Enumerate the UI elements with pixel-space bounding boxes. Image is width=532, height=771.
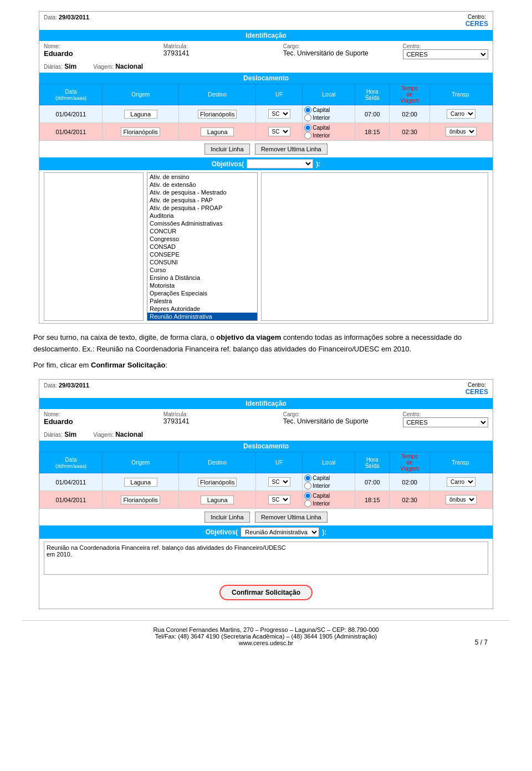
form-panel-2: Data: 29/03/2011 Centro: CERES Identific…	[39, 379, 493, 609]
incluir-linha-btn-2[interactable]: Incluir Linha	[204, 512, 249, 523]
centro-select-block-1: Centro: CERES	[403, 43, 488, 59]
cell-hora: 18:15	[355, 491, 390, 509]
dropdown-item[interactable]: CONCUR	[147, 227, 257, 235]
cell-local: Capital Interior	[303, 123, 355, 141]
panel2-centro-value: CERES	[466, 388, 488, 396]
uf-select[interactable]: SC	[268, 109, 290, 119]
dropdown-item[interactable]: Repres Autoridade	[147, 305, 257, 313]
diarias-value-2: Sim	[64, 431, 76, 438]
destino-input[interactable]: Laguna	[201, 496, 234, 504]
origem-input[interactable]: Florianópolis	[121, 127, 160, 136]
cell-data: 01/04/2011	[40, 123, 103, 141]
cell-transp: ônibus	[430, 123, 493, 141]
transp-select[interactable]: ônibus	[446, 495, 477, 504]
radio-interior[interactable]: Interior	[304, 500, 330, 507]
diarias-label-1: Diárias:	[44, 64, 63, 70]
origem-input[interactable]: Laguna	[124, 478, 157, 487]
cell-destino: Florianópolis	[179, 105, 256, 123]
radio-interior[interactable]: Interior	[304, 132, 330, 139]
dropdown-item[interactable]: Motorista	[147, 282, 257, 289]
identificacao-header-1: Identificação	[39, 30, 493, 41]
origem-input[interactable]: Florianópolis	[121, 496, 160, 504]
panel2-date-block: Data: 29/03/2011	[44, 382, 89, 396]
viagem-value-1: Nacional	[115, 63, 143, 70]
objetivos-label-2: Objetivos(	[206, 528, 238, 536]
transp-select[interactable]: Carro	[447, 477, 475, 487]
panel1-centro-value: CERES	[466, 20, 488, 28]
radio-capital[interactable]: Capital	[304, 106, 330, 114]
objetivos-select-open[interactable]	[247, 159, 313, 169]
dropdown-item[interactable]: Ensino à Distância	[147, 274, 257, 282]
cell-origem: Laguna	[102, 105, 179, 123]
dropdown-item[interactable]: Comissões Administrativas	[147, 219, 257, 227]
dropdown-item[interactable]: Auditoria	[147, 212, 257, 219]
confirmar-solicitacao-btn[interactable]: Confirmar Solicitação	[219, 585, 313, 600]
destino-input[interactable]: Laguna	[201, 127, 234, 136]
dropdown-item[interactable]: Operações Especiais	[147, 289, 257, 297]
dropdown-item[interactable]: Ativ. de ensino	[147, 173, 257, 181]
cell-origem: Laguna	[102, 473, 179, 491]
radio-interior[interactable]: Interior	[304, 482, 330, 489]
cell-tempo: 02:00	[390, 473, 430, 491]
confirmar-btn-container: Confirmar Solicitação	[39, 579, 493, 609]
th-destino-2: Destino	[179, 452, 256, 473]
dropdown-item[interactable]: Curso	[147, 266, 257, 274]
diarias-row-2: Diárias: Sim Viagem: Nacional	[39, 430, 493, 441]
paragraph-2: Por fim, clicar em Confirmar Solicitação…	[33, 360, 499, 371]
dropdown-item[interactable]: Palestra	[147, 297, 257, 305]
destino-input[interactable]: Florianópolis	[198, 478, 237, 487]
objetivos-textarea[interactable]: Reunião na Coordenadoria Financeira ref.…	[44, 542, 488, 575]
remover-linha-btn-2[interactable]: Remover Ultima Linha	[255, 512, 328, 523]
radio-interior[interactable]: Interior	[304, 114, 330, 121]
viagem-value-2: Nacional	[115, 431, 143, 438]
th-origem-2: Origem	[102, 452, 179, 473]
table-row: 01/04/2011 Laguna Florianópolis SC Capit…	[40, 473, 493, 491]
uf-select[interactable]: SC	[268, 127, 290, 136]
viagem-block-2: Viagem: Nacional	[93, 431, 143, 438]
panel1-centro-block: Centro: CERES	[466, 14, 488, 28]
remover-linha-btn-1[interactable]: Remover Ultima Linha	[255, 144, 328, 155]
objetivos-select-2[interactable]: Reunião Administrativa	[241, 527, 319, 537]
deslocamento-header-1: Deslocamento	[39, 73, 493, 84]
destino-input[interactable]: Florianópolis	[198, 110, 237, 119]
centro-select-1[interactable]: CERES	[403, 49, 488, 59]
radio-capital[interactable]: Capital	[304, 124, 330, 131]
bold-confirmar: Confirmar Solicitação	[91, 361, 165, 369]
nome-label-1: Nome:	[44, 43, 158, 49]
panel2-centro-label: Centro:	[466, 382, 488, 388]
objetivos-label-1: Objetivos(	[212, 160, 244, 168]
footer-line2: Tel/Fax: (48) 3647 4190 (Secretaria Acad…	[22, 633, 510, 640]
radio-capital[interactable]: Capital	[304, 474, 330, 482]
table-row: 01/04/2011 Laguna Florianópolis SC Capit…	[40, 105, 493, 123]
dropdown-item-selected[interactable]: Reunião Administrativa	[147, 313, 257, 320]
dropdown-item[interactable]: Ativ. de pesquisa - PAP	[147, 196, 257, 204]
cell-destino: Laguna	[179, 123, 256, 141]
centro-select-2[interactable]: CERES	[403, 417, 488, 427]
cell-data: 01/04/2011	[40, 473, 103, 491]
dropdown-item[interactable]: Ativ. de pesquisa - PROAP	[147, 204, 257, 212]
dropdown-item[interactable]: Congresso	[147, 235, 257, 243]
diarias-block-1: Diárias: Sim	[44, 63, 76, 70]
dropdown-item[interactable]: CONSUNI	[147, 258, 257, 266]
centro-select-block-2: Centro: CERES	[403, 411, 488, 427]
transp-select[interactable]: ônibus	[446, 127, 477, 136]
uf-select[interactable]: SC	[268, 495, 290, 504]
dropdown-item[interactable]: CONSAD	[147, 243, 257, 251]
cell-transp: ônibus	[430, 491, 493, 509]
footer-line1: Rua Coronel Fernandes Martins, 270 – Pro…	[22, 626, 510, 633]
dropdown-item[interactable]: Ativ. de pesquisa - Mestrado	[147, 188, 257, 196]
cell-destino: Laguna	[179, 491, 256, 509]
origem-input[interactable]: Laguna	[124, 110, 157, 119]
objetivos-dropdown[interactable]: Ativ. de ensino Ativ. de extensão Ativ. …	[147, 172, 258, 321]
deslocamento-table-1: Data(dd/mm/aaaa) Origem Destino UF Local…	[39, 84, 493, 141]
th-local-2: Local	[303, 452, 355, 473]
cell-hora: 07:00	[355, 473, 390, 491]
transp-select[interactable]: Carro	[447, 109, 475, 119]
dropdown-item[interactable]: CONSEPE	[147, 251, 257, 258]
radio-capital[interactable]: Capital	[304, 492, 330, 499]
uf-select[interactable]: SC	[268, 477, 290, 487]
dropdown-item[interactable]: Ativ. de extensão	[147, 181, 257, 188]
objetivos-close-1: ):	[316, 160, 320, 168]
viagem-label-2: Viagem:	[93, 432, 114, 438]
incluir-linha-btn-1[interactable]: Incluir Linha	[204, 144, 249, 155]
